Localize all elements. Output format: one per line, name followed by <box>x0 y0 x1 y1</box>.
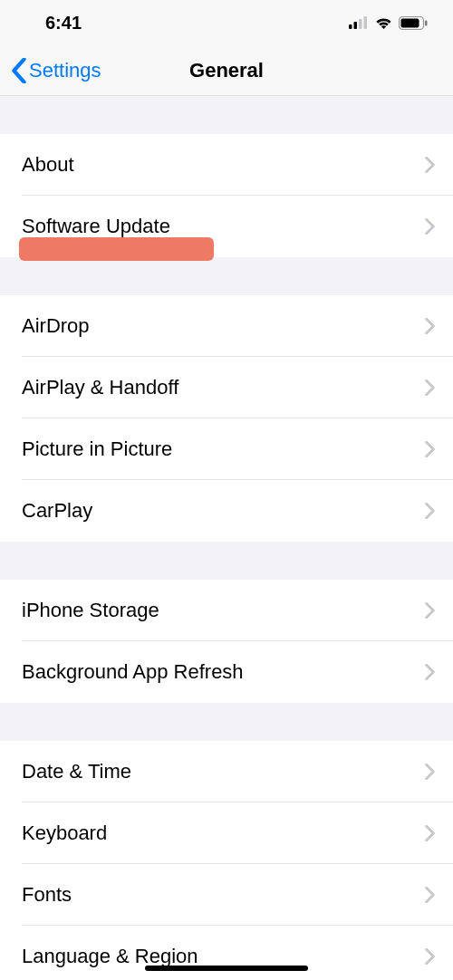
row-keyboard[interactable]: Keyboard <box>0 802 453 864</box>
chevron-right-icon <box>425 218 435 235</box>
cellular-icon <box>349 16 369 29</box>
status-icons <box>349 16 428 30</box>
row-software-update[interactable]: Software Update <box>0 196 453 257</box>
back-label: Settings <box>29 59 101 82</box>
svg-rect-6 <box>425 20 428 25</box>
chevron-right-icon <box>425 664 435 680</box>
wifi-icon <box>374 16 393 30</box>
chevron-right-icon <box>425 948 435 965</box>
chevron-right-icon <box>425 503 435 519</box>
section-gap <box>0 542 453 580</box>
row-label: Software Update <box>22 215 170 238</box>
row-label: Keyboard <box>22 821 107 845</box>
chevron-right-icon <box>425 887 435 903</box>
row-picture-in-picture[interactable]: Picture in Picture <box>0 418 453 480</box>
row-label: About <box>22 153 74 177</box>
battery-icon <box>399 16 428 30</box>
section-connectivity: AirDrop AirPlay & Handoff Picture in Pic… <box>0 295 453 542</box>
section-about: About Software Update <box>0 134 453 257</box>
home-indicator[interactable] <box>145 966 308 971</box>
chevron-right-icon <box>425 157 435 173</box>
section-storage: iPhone Storage Background App Refresh <box>0 580 453 703</box>
section-locale: Date & Time Keyboard Fonts Language & Re… <box>0 741 453 980</box>
row-background-app-refresh[interactable]: Background App Refresh <box>0 641 453 703</box>
chevron-right-icon <box>425 764 435 780</box>
row-language-region[interactable]: Language & Region <box>0 926 453 980</box>
status-time: 6:41 <box>45 13 82 34</box>
section-gap <box>0 703 453 741</box>
row-label: Background App Refresh <box>22 660 244 684</box>
row-about[interactable]: About <box>0 134 453 196</box>
status-bar: 6:41 <box>0 0 453 45</box>
svg-rect-1 <box>354 22 358 29</box>
section-gap <box>0 257 453 295</box>
chevron-right-icon <box>425 380 435 396</box>
chevron-right-icon <box>425 825 435 841</box>
row-label: Fonts <box>22 883 72 907</box>
row-label: AirPlay & Handoff <box>22 376 178 399</box>
nav-bar: Settings General <box>0 45 453 96</box>
row-fonts[interactable]: Fonts <box>0 864 453 926</box>
row-label: CarPlay <box>22 499 92 523</box>
chevron-right-icon <box>425 602 435 619</box>
back-button[interactable]: Settings <box>11 58 101 83</box>
row-label: AirDrop <box>22 314 90 338</box>
section-gap <box>0 96 453 134</box>
row-date-time[interactable]: Date & Time <box>0 741 453 802</box>
chevron-left-icon <box>11 58 27 83</box>
svg-rect-3 <box>364 16 368 29</box>
svg-rect-2 <box>359 19 362 29</box>
svg-rect-0 <box>349 24 352 29</box>
row-label: iPhone Storage <box>22 599 159 622</box>
page-title: General <box>189 59 264 82</box>
svg-rect-5 <box>401 18 419 27</box>
row-label: Date & Time <box>22 760 131 783</box>
row-airplay-handoff[interactable]: AirPlay & Handoff <box>0 357 453 418</box>
row-iphone-storage[interactable]: iPhone Storage <box>0 580 453 641</box>
row-carplay[interactable]: CarPlay <box>0 480 453 542</box>
row-label: Picture in Picture <box>22 437 172 461</box>
row-airdrop[interactable]: AirDrop <box>0 295 453 357</box>
chevron-right-icon <box>425 318 435 334</box>
chevron-right-icon <box>425 441 435 457</box>
